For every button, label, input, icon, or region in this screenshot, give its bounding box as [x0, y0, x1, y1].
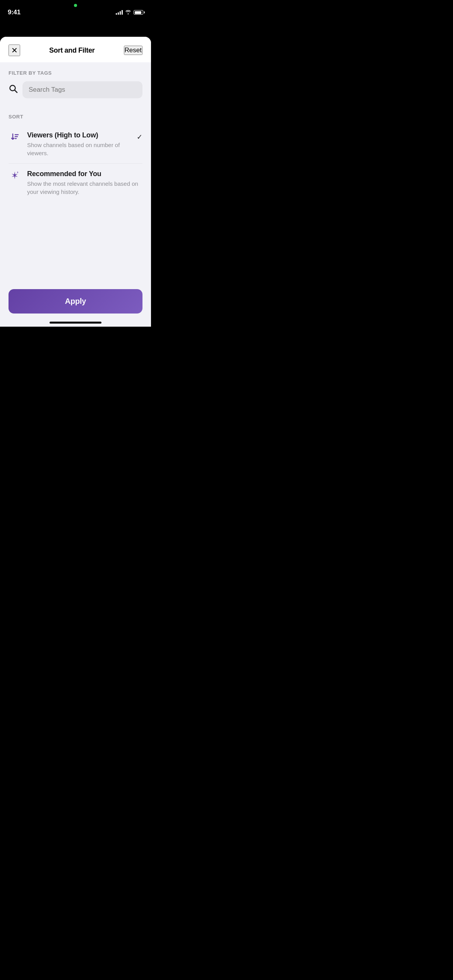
- close-icon: ✕: [11, 46, 18, 55]
- sort-viewers-text: Viewers (High to Low) Show channels base…: [27, 131, 130, 157]
- sort-viewers-desc: Show channels based on number of viewers…: [27, 141, 130, 157]
- sheet-header: ✕ Sort and Filter Reset: [0, 37, 151, 62]
- sheet-title: Sort and Filter: [49, 46, 95, 55]
- signal-icon: [116, 10, 123, 15]
- status-bar: 9:41: [0, 0, 151, 19]
- status-icons: [116, 9, 143, 15]
- filter-tags-section: FILTER BY TAGS: [0, 62, 151, 98]
- wifi-icon: [125, 9, 131, 15]
- sort-recommended-text: Recommended for You Show the most releva…: [27, 170, 142, 196]
- green-dot-indicator: [74, 4, 77, 7]
- sparkle-icon: [9, 170, 21, 180]
- search-icon: [9, 84, 18, 96]
- sort-item-viewers[interactable]: Viewers (High to Low) Show channels base…: [9, 125, 142, 164]
- sheet-content: FILTER BY TAGS SORT: [0, 62, 151, 325]
- sort-recommended-title: Recommended for You: [27, 170, 142, 178]
- sort-viewers-title: Viewers (High to Low): [27, 131, 130, 139]
- home-indicator: [50, 322, 101, 324]
- apply-section: Apply: [9, 289, 142, 314]
- close-button[interactable]: ✕: [9, 45, 20, 56]
- viewers-check-icon: ✓: [137, 133, 142, 141]
- sort-recommended-desc: Show the most relevant channels based on…: [27, 180, 142, 196]
- search-tags-input[interactable]: [22, 81, 142, 98]
- sort-section-label: SORT: [9, 114, 142, 120]
- search-row: [9, 81, 142, 98]
- sort-filter-sheet: ✕ Sort and Filter Reset FILTER BY TAGS S…: [0, 37, 151, 327]
- battery-icon: [134, 10, 143, 15]
- sort-descending-icon: [9, 131, 21, 141]
- apply-button[interactable]: Apply: [9, 289, 142, 314]
- status-time: 9:41: [8, 9, 21, 16]
- sort-section: SORT Viewers (High to Low) Show channe: [0, 106, 151, 202]
- filter-section-label: FILTER BY TAGS: [9, 70, 142, 76]
- reset-button[interactable]: Reset: [124, 46, 142, 55]
- sort-item-recommended[interactable]: Recommended for You Show the most releva…: [9, 164, 142, 202]
- svg-line-1: [15, 90, 17, 93]
